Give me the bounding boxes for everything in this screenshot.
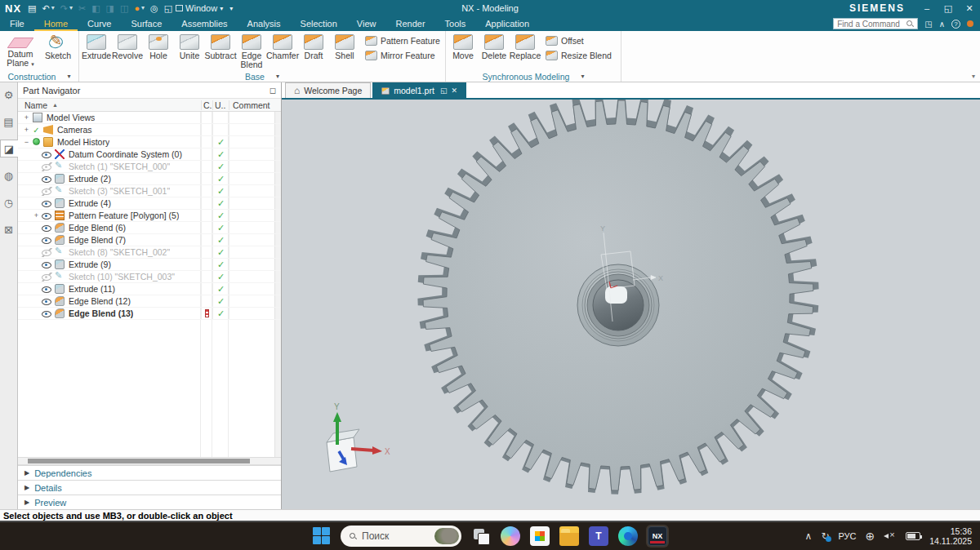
sketch-button[interactable]: Sketch ▾ [39,32,77,60]
group-dialog-icon[interactable]: ▾ [276,73,279,80]
visibility-eye-icon[interactable] [42,187,52,196]
delete-button[interactable]: Delete [479,32,510,60]
tree-row[interactable]: Extrude (2) ✓ [18,173,281,185]
subtract-button[interactable]: Subtract [205,32,236,69]
qat-customize-icon[interactable]: ▾ [229,5,233,12]
tree-row[interactable]: + ✓ Cameras ✓ [18,124,281,136]
tree-row[interactable]: Sketch (10) "SKETCH_003" ✓ [18,271,281,283]
gear-hub[interactable] [577,264,659,346]
web-browser-icon[interactable]: ◍ [1,166,17,184]
tab-close-icon[interactable]: ✕ [451,86,457,95]
onedrive-sync-icon[interactable]: ↻ [821,530,829,542]
task-view-button[interactable] [471,526,491,546]
tree-row[interactable]: + Model Views ✓ [18,112,281,124]
section-preview[interactable]: ▶ Preview [18,495,281,509]
menu-view[interactable]: View [347,16,386,31]
gear-model-canvas[interactable]: Y X Y X [282,100,980,509]
close-button[interactable]: ✕ [959,0,980,16]
section-dependencies[interactable]: ▶ Dependencies [18,465,281,480]
microsoft-store-button[interactable] [530,526,550,546]
restore-button[interactable]: ◱ [938,0,959,16]
move-button[interactable]: Move [448,32,479,60]
visibility-eye-icon[interactable] [42,199,52,208]
menu-home[interactable]: Home [34,16,78,31]
assembly-navigator-icon[interactable]: ▤ [1,113,17,131]
tab-restore-icon[interactable]: ◱ [440,86,448,95]
tree-row[interactable]: Sketch (1) "SKETCH_000" ✓ [18,161,281,173]
revolve-button[interactable]: Revolve [112,32,143,69]
shell-button[interactable]: Shell [329,32,360,69]
tree-column-header[interactable]: Name▲ C. U.. Comment [18,99,281,112]
tree-row[interactable]: Datum Coordinate System (0) ✓ [18,149,281,161]
volume-muted-icon[interactable] [884,531,897,541]
visibility-eye-icon[interactable] [42,248,52,257]
menu-selection[interactable]: Selection [291,16,347,31]
tree-row[interactable]: + Pattern Feature [Polygon] (5) ✓ [18,210,281,222]
menu-curve[interactable]: Curve [78,16,121,31]
network-icon[interactable]: ⊕ [865,530,875,543]
file-explorer-button[interactable] [559,526,579,546]
visibility-eye-icon[interactable] [42,162,52,171]
menu-tools[interactable]: Tools [435,16,476,31]
edge-button[interactable] [618,526,638,546]
language-indicator[interactable]: РУС [838,531,856,541]
tree-row[interactable]: − Model History ✓ [18,136,281,149]
find-command-box[interactable] [833,18,918,29]
unite-button[interactable]: Unite [174,32,205,69]
mirror-feature-button[interactable]: Mirror Feature [365,51,440,60]
visibility-eye-icon[interactable] [42,260,52,269]
taskbar-search[interactable]: Поиск [341,526,461,547]
visibility-eye-icon[interactable] [42,273,52,282]
part-navigator-icon[interactable]: ◪ [0,140,18,157]
menu-render[interactable]: Render [385,16,434,31]
edge-blend-button[interactable]: Edge Blend [236,32,267,69]
visibility-eye-icon[interactable] [42,285,52,294]
hole-button[interactable]: Hole [143,32,174,69]
ribbon-options-icon[interactable]: ▾ [972,73,975,80]
group-dialog-icon[interactable]: ▾ [67,73,70,80]
visibility-eye-icon[interactable] [42,309,52,318]
chamfer-button[interactable]: Chamfer [267,32,298,69]
menu-application[interactable]: Application [475,16,539,31]
pattern-feature-button[interactable]: Pattern Feature [365,36,440,46]
start-button[interactable] [313,527,331,545]
copilot-button[interactable] [501,526,520,546]
visibility-eye-icon[interactable] [42,297,52,306]
section-details[interactable]: ▶ Details [18,480,281,495]
expander-icon[interactable]: − [23,138,30,146]
visibility-eye-icon[interactable] [42,224,52,233]
hidden-icons-chevron[interactable]: ∧ [805,530,813,542]
show-hide-icon[interactable]: ◎▾ [150,4,158,13]
tree-row[interactable]: Edge Blend (13) ✓ [18,308,281,320]
cascade-window-icon[interactable]: ◱▾ [164,4,172,13]
tree-row[interactable]: Sketch (8) "SKETCH_002" ✓ [18,246,281,259]
fullscreen-icon[interactable]: ◳ [924,20,932,29]
tree-row[interactable]: Edge Blend (7) ✓ [18,234,281,246]
clock[interactable]: 15:36 14.11.2025 [929,526,972,546]
paste-icon[interactable]: ◨▾ [106,4,114,13]
expander-icon[interactable]: + [23,126,30,134]
process-templates-icon[interactable]: ⊠ [1,220,17,238]
expander-icon[interactable]: + [33,211,40,220]
history-icon[interactable]: ◷ [1,193,17,211]
visibility-eye-icon[interactable] [42,211,52,220]
copy-icon[interactable]: ◧▾ [91,4,100,13]
replace-button[interactable]: Replace [510,32,541,60]
help-icon[interactable]: ? [951,20,960,29]
battery-icon[interactable] [906,532,920,540]
window-menu[interactable]: Window ▾ ▾ [176,3,233,13]
repeat-command-icon[interactable]: ◫▾ [120,4,128,13]
tree-row[interactable]: Extrude (4) ✓ [18,197,281,210]
visibility-eye-icon[interactable] [42,236,52,245]
find-command-input[interactable] [837,20,906,29]
expander-icon[interactable]: + [23,113,30,122]
tab-welcome-page[interactable]: Welcome Page ◱✕ [285,82,371,98]
teams-button[interactable]: T [589,526,608,546]
datum-plane-button[interactable]: Datum Plane ▾ [2,32,39,69]
extrude-button[interactable]: Extrude [81,32,112,69]
scrollbar-thumb[interactable] [28,459,250,464]
tree-row[interactable]: Edge Blend (12) ✓ [18,295,281,308]
menu-assemblies[interactable]: Assemblies [172,16,237,31]
menu-file[interactable]: File [0,16,34,31]
menu-analysis[interactable]: Analysis [238,16,291,31]
